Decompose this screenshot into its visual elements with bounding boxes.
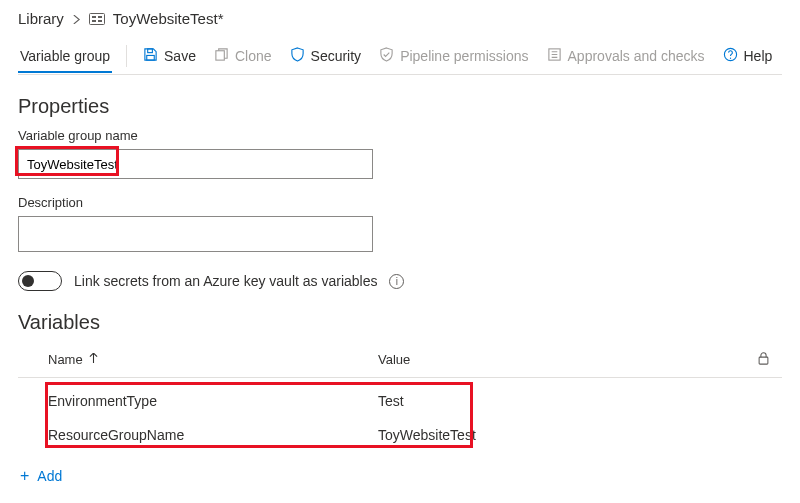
- shield-icon: [290, 47, 305, 65]
- security-button[interactable]: Security: [288, 43, 364, 69]
- toolbar: Variable group Save Clone Security Pipel…: [18, 37, 782, 75]
- svg-rect-11: [759, 357, 768, 364]
- variable-value-cell: Test: [378, 393, 782, 409]
- variables-header-row: Name Value: [18, 344, 782, 378]
- variable-group-name-label: Variable group name: [18, 128, 782, 143]
- help-button[interactable]: Help: [721, 43, 775, 69]
- svg-point-10: [729, 57, 730, 58]
- breadcrumb-title: ToyWebsiteTest*: [113, 10, 224, 27]
- plus-icon: +: [20, 468, 29, 484]
- breadcrumb-library-link[interactable]: Library: [18, 10, 64, 27]
- svg-rect-0: [89, 13, 104, 24]
- save-label: Save: [164, 48, 196, 64]
- properties-heading: Properties: [18, 95, 782, 118]
- pipeline-permissions-label: Pipeline permissions: [400, 48, 528, 64]
- help-label: Help: [744, 48, 773, 64]
- sort-asc-icon: [89, 352, 98, 367]
- variables-heading: Variables: [18, 311, 782, 334]
- checklist-icon: [547, 47, 562, 65]
- column-value-header[interactable]: Value: [378, 352, 782, 367]
- toolbar-divider: [126, 45, 127, 67]
- add-variable-button[interactable]: + Add: [20, 468, 782, 484]
- clone-icon: [214, 47, 229, 65]
- svg-rect-4: [98, 20, 102, 22]
- column-name-label: Name: [48, 352, 83, 367]
- column-name-header[interactable]: Name: [48, 352, 378, 367]
- svg-rect-6: [147, 55, 155, 60]
- security-label: Security: [311, 48, 362, 64]
- svg-rect-2: [92, 20, 96, 22]
- clone-button: Clone: [212, 43, 274, 69]
- help-icon: [723, 47, 738, 65]
- svg-rect-7: [216, 50, 224, 59]
- chevron-right-icon: [72, 11, 81, 27]
- tab-variable-group[interactable]: Variable group: [18, 40, 112, 72]
- save-button[interactable]: Save: [141, 43, 198, 69]
- variables-table: Name Value EnvironmentType Test Resource…: [18, 344, 782, 452]
- variable-value-cell: ToyWebsiteTest: [378, 427, 782, 443]
- key-vault-toggle-label: Link secrets from an Azure key vault as …: [74, 273, 377, 289]
- variable-name-cell: ResourceGroupName: [48, 427, 378, 443]
- variable-name-cell: EnvironmentType: [48, 393, 378, 409]
- lock-icon: [757, 351, 770, 368]
- info-icon[interactable]: i: [389, 274, 404, 289]
- permission-icon: [379, 47, 394, 65]
- approvals-button: Approvals and checks: [545, 43, 707, 69]
- svg-rect-1: [92, 16, 96, 18]
- svg-rect-3: [98, 16, 102, 18]
- variable-group-icon: [89, 11, 105, 27]
- description-input[interactable]: [18, 216, 373, 252]
- table-row[interactable]: EnvironmentType Test: [18, 384, 782, 418]
- breadcrumb: Library ToyWebsiteTest*: [18, 10, 782, 27]
- approvals-label: Approvals and checks: [568, 48, 705, 64]
- variable-group-name-input[interactable]: [18, 149, 373, 179]
- svg-rect-5: [148, 48, 153, 52]
- clone-label: Clone: [235, 48, 272, 64]
- description-label: Description: [18, 195, 782, 210]
- table-row[interactable]: ResourceGroupName ToyWebsiteTest: [18, 418, 782, 452]
- add-label: Add: [37, 468, 62, 484]
- pipeline-permissions-button: Pipeline permissions: [377, 43, 530, 69]
- key-vault-toggle[interactable]: [18, 271, 62, 291]
- save-icon: [143, 47, 158, 65]
